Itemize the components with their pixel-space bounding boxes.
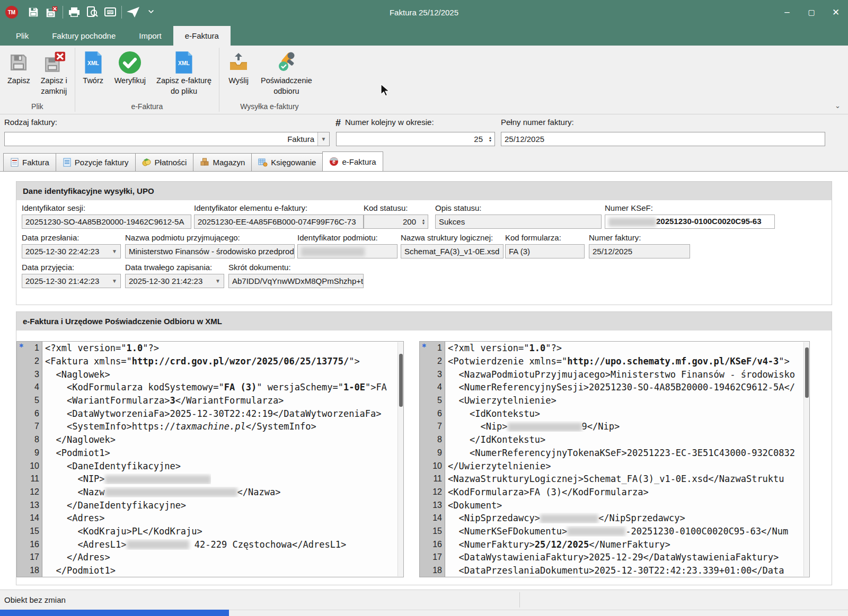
- save-close-icon[interactable]: [42, 3, 60, 21]
- line-number: 18: [420, 564, 445, 577]
- field-kod-formularza[interactable]: FA (3): [505, 244, 585, 258]
- rodzaj-faktury-combo[interactable]: Faktura ▼: [4, 132, 330, 146]
- tab-pozycje-faktury[interactable]: Pozycje faktury: [56, 153, 136, 171]
- scrollbar-thumb[interactable]: [805, 347, 809, 398]
- code-line: 7 <SystemInfo>https://taxmachine.pl</Sys…: [17, 420, 403, 433]
- vertical-scrollbar[interactable]: [398, 342, 403, 576]
- field-label: Identyfikator podmiotu:: [297, 233, 378, 242]
- field-identyfikator-sesji[interactable]: 20251230-SO-4A85B20000-19462C9612-5A: [22, 215, 191, 229]
- field-skrót-dokumentu[interactable]: Ab7IDD/VqYnwWDxM8QPmShzhp+tu: [228, 274, 364, 288]
- line-number: 9: [17, 447, 42, 460]
- field-identyfikator-elementu-e-faktury[interactable]: 20251230-EE-4A85F6B000-074F99F76C-73: [194, 215, 364, 229]
- redacted-value: [105, 488, 237, 497]
- chevron-down-icon[interactable]: ▼: [109, 245, 120, 258]
- code-line: 9 <NumerReferencyjnyTokenaKSeF>20251223-…: [420, 447, 809, 460]
- invoice-form-row: Rodzaj faktury: Faktura ▼ # Numer kolejn…: [0, 114, 848, 151]
- field-label: Numer KSeF:: [605, 203, 653, 212]
- tab-label: Pozycje faktury: [75, 158, 129, 167]
- numer-kolejny-label: Numer kolejny w okresie:: [345, 118, 434, 127]
- upo-xml-editor[interactable]: ✱1<?xml version="1.0"?>2<Potwierdzenie x…: [419, 341, 810, 577]
- chevron-down-icon[interactable]: ▼: [317, 132, 329, 146]
- ribbon-button-zapisz-e-fakturę[interactable]: XMLZapisz e-fakturę do pliku: [152, 49, 216, 99]
- hash-icon: #: [335, 118, 341, 129]
- print-icon[interactable]: [65, 3, 83, 21]
- field-value: [298, 246, 397, 256]
- ribbon-button-label: Zapisz: [7, 76, 30, 86]
- redacted-value: [105, 475, 211, 484]
- menu-tab-import[interactable]: Import: [127, 26, 173, 46]
- tab-label: Magazyn: [213, 158, 245, 167]
- field-label: Data przyjęcia:: [22, 263, 74, 272]
- numer-kolejny-spinner[interactable]: ▲▼: [486, 132, 494, 146]
- field-value: 2025-12-30 22:42:23: [22, 247, 109, 256]
- code-text: <Uwierzytelnienie>: [445, 395, 556, 406]
- send-icon[interactable]: [124, 3, 142, 21]
- ribbon-collapse-chevron-icon[interactable]: ⌄: [835, 102, 841, 110]
- code-line: 18 <DataPrzeslaniaDokumentu>2025-12-30T2…: [420, 564, 809, 577]
- menu-tab-faktury-pochodne[interactable]: Faktury pochodne: [40, 26, 127, 46]
- maximize-button[interactable]: ▢: [799, 0, 824, 24]
- code-text: <Podmiot1>: [42, 448, 110, 458]
- xml-doc-icon: XML: [175, 51, 193, 74]
- redacted-value: [608, 218, 656, 227]
- line-number: 16: [17, 538, 42, 551]
- scrollbar-thumb[interactable]: [399, 354, 403, 407]
- field-numer-faktury[interactable]: 25/12/2025: [589, 244, 690, 258]
- field-numer-ksef[interactable]: 20251230-0100C0020C95-63: [605, 215, 775, 229]
- tab-płatności[interactable]: Płatności: [135, 153, 194, 171]
- tab-księgowanie[interactable]: Księgowanie: [251, 153, 323, 171]
- ribbon-button-zapisz-i[interactable]: Zapisz i zamknij: [37, 49, 72, 99]
- efaktura-xml-editor[interactable]: ✱1<?xml version="1.0"?>2<Faktura xmlns="…: [16, 341, 404, 577]
- code-text: <KodFormularza kodSystemowy="FA (3)" wer…: [42, 382, 387, 392]
- tab-magazyn[interactable]: Magazyn: [193, 153, 252, 171]
- close-button[interactable]: ✕: [824, 0, 848, 24]
- spinner-buttons[interactable]: ▲▼: [419, 215, 428, 228]
- document-tab-strip: FakturaPozycje fakturyPłatnościMagazynKs…: [0, 151, 848, 171]
- field-identyfikator-podmiotu[interactable]: [297, 244, 398, 258]
- minimize-button[interactable]: –: [775, 0, 799, 24]
- code-line: ✱1<?xml version="1.0"?>: [420, 342, 809, 355]
- code-text: <Dokument>: [445, 500, 502, 511]
- field-nazwa-struktury-logicznej[interactable]: Schemat_FA(3)_v1-0E.xsd: [401, 244, 504, 258]
- quick-access-chevron-down-icon[interactable]: [142, 3, 160, 21]
- field-opis-statusu[interactable]: Sukces: [435, 215, 602, 229]
- line-number: 3: [17, 368, 42, 381]
- save-icon[interactable]: [24, 3, 42, 21]
- xml-doc-icon: XML: [84, 51, 102, 74]
- menu-tab-e-faktura[interactable]: e-Faktura: [173, 26, 231, 46]
- numer-kolejny-input[interactable]: 25 ▲▼: [336, 132, 495, 146]
- redacted-value: [301, 247, 365, 256]
- field-value: 20251230-0100C0020C95-63: [605, 217, 774, 227]
- pelny-numer-input[interactable]: 25/12/2025: [501, 132, 825, 146]
- print-preview-icon[interactable]: [83, 3, 101, 21]
- status-bar-divider: [519, 592, 520, 608]
- field-kod-statusu[interactable]: 200▲▼: [364, 215, 428, 229]
- tab-e-faktura[interactable]: ee-Faktura: [322, 151, 383, 171]
- code-text: <DaneIdentyfikacyjne>: [42, 461, 181, 471]
- ribbon-button-wyślij[interactable]: Wyślij: [223, 49, 254, 88]
- chevron-down-icon[interactable]: ▼: [109, 274, 120, 288]
- menu-tab-plik[interactable]: Plik: [4, 26, 40, 46]
- code-line: 17 </Adres>: [17, 551, 403, 564]
- line-number: 6: [17, 407, 42, 420]
- field-value: Schemat_FA(3)_v1-0E.xsd: [401, 247, 503, 256]
- tab-faktura[interactable]: Faktura: [3, 153, 56, 171]
- xml-groupbox: e-Faktura i Urzędowe Poświadczenie Odbio…: [16, 311, 832, 585]
- ribbon-button-poświadczenie[interactable]: Poświadczenie odbioru: [257, 49, 316, 99]
- code-text: <NipSprzedawcy></NipSprzedawcy>: [445, 513, 685, 523]
- code-line: ✱1<?xml version="1.0"?>: [17, 342, 403, 355]
- field-data-trwałego-zapisania[interactable]: 2025-12-30 21:42:23▼: [125, 274, 224, 288]
- field-value: 25/12/2025: [589, 247, 690, 256]
- line-number: 2: [17, 355, 42, 368]
- field-data-przyjęcia[interactable]: 2025-12-30 21:42:23▼: [22, 274, 121, 288]
- field-data-przesłania[interactable]: 2025-12-30 22:42:23▼: [22, 244, 121, 258]
- pdf-icon[interactable]: PDF: [101, 3, 119, 21]
- chevron-down-icon[interactable]: ▼: [212, 274, 224, 288]
- vertical-scrollbar[interactable]: [803, 342, 809, 576]
- ribbon-button-twórz[interactable]: XMLTwórz: [78, 49, 108, 88]
- field-nazwa-podmiotu-przyjmującego[interactable]: Ministerstwo Finansów - środowisko przed…: [125, 244, 295, 258]
- modified-marker-icon: ✱: [422, 343, 426, 349]
- ribbon-button-weryfikuj[interactable]: Weryfikuj: [110, 49, 150, 88]
- ribbon-button-zapisz[interactable]: Zapisz: [3, 49, 34, 88]
- line-number: 8: [420, 433, 445, 447]
